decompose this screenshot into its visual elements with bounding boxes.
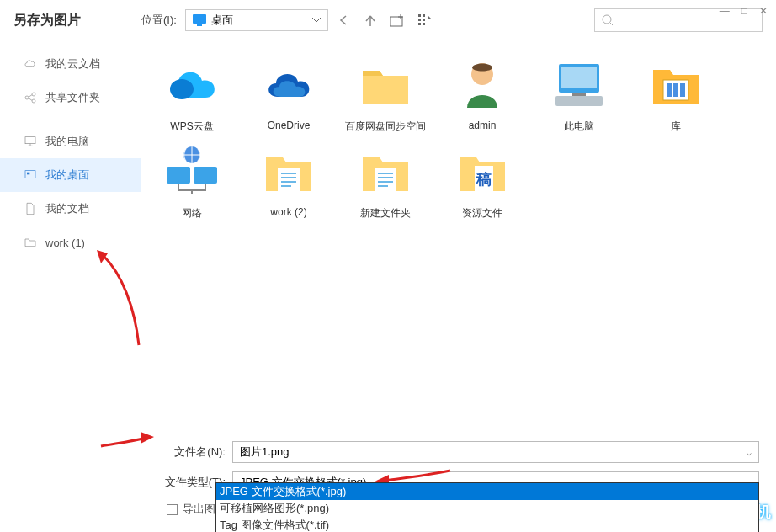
network-icon [165, 146, 219, 195]
file-grid: WPS云盘 OneDrive 百度网盘同步空间 admin 此电脑 库 网络 [141, 40, 776, 419]
svg-rect-34 [375, 168, 396, 193]
svg-point-11 [32, 93, 35, 96]
search-icon [602, 14, 614, 26]
svg-rect-3 [418, 14, 421, 17]
svg-rect-26 [167, 167, 190, 184]
svg-rect-21 [572, 93, 586, 96]
svg-rect-4 [423, 14, 425, 17]
svg-rect-36 [378, 177, 393, 178]
view-list-button[interactable] [416, 10, 436, 30]
svg-rect-14 [25, 171, 35, 178]
svg-point-10 [25, 96, 29, 99]
file-onedrive[interactable]: OneDrive [247, 56, 331, 134]
svg-rect-24 [673, 83, 678, 97]
file-work2[interactable]: work (2) [247, 142, 331, 221]
svg-rect-31 [281, 177, 296, 178]
file-wps-cloud[interactable]: WPS云盘 [150, 56, 234, 134]
svg-rect-32 [281, 181, 296, 183]
wps-cloud-icon [163, 62, 221, 106]
svg-rect-13 [25, 137, 35, 144]
file-libraries[interactable]: 库 [634, 56, 718, 134]
cloud-icon [24, 57, 37, 71]
sidebar-item-desktop[interactable]: 我的桌面 [0, 158, 141, 192]
desktop-icon [193, 14, 206, 26]
folder-icon [263, 149, 315, 193]
svg-rect-20 [555, 96, 603, 106]
folder-icon [24, 236, 37, 249]
svg-rect-25 [680, 83, 685, 97]
svg-rect-1 [197, 24, 202, 26]
new-folder-button[interactable] [387, 10, 407, 30]
dropdown-option-png[interactable]: 可移植网络图形(*.png) [216, 500, 758, 517]
sidebar-item-work[interactable]: work (1) [0, 226, 141, 259]
svg-rect-30 [281, 173, 296, 174]
svg-rect-29 [278, 168, 300, 193]
svg-rect-27 [194, 167, 217, 184]
file-admin[interactable]: admin [440, 56, 524, 134]
pc-icon [552, 61, 606, 108]
sidebar-item-computer[interactable]: 我的电脑 [0, 125, 141, 158]
up-button[interactable] [362, 12, 379, 29]
sidebar-item-documents[interactable]: 我的文档 [0, 192, 141, 226]
filename-input[interactable]: 图片1.png ⌵ [232, 441, 759, 463]
export-checkbox[interactable] [167, 504, 178, 515]
user-icon [459, 59, 506, 109]
svg-point-16 [170, 79, 194, 99]
svg-rect-23 [667, 83, 672, 97]
library-icon [650, 61, 702, 107]
svg-rect-5 [418, 19, 421, 21]
share-icon [24, 91, 37, 104]
computer-icon [24, 135, 37, 148]
svg-rect-0 [193, 14, 206, 24]
maximize-button[interactable]: □ [741, 5, 747, 17]
svg-rect-8 [423, 23, 425, 25]
file-new-folder[interactable]: 新建文件夹 [343, 142, 428, 221]
file-this-pc[interactable]: 此电脑 [537, 56, 621, 134]
minimize-button[interactable]: — [720, 5, 730, 17]
close-button[interactable]: ✕ [759, 5, 768, 17]
file-baidu-sync[interactable]: 百度网盘同步空间 [343, 56, 428, 134]
chevron-down-icon: ⌵ [747, 448, 752, 457]
onedrive-icon [263, 66, 315, 102]
svg-rect-38 [378, 185, 388, 187]
filetype-dropdown: JPEG 文件交换格式(*.jpg) 可移植网络图形(*.png) Tag 图像… [215, 482, 759, 532]
doc-icon [24, 202, 37, 215]
svg-rect-37 [378, 181, 393, 183]
window-title: 另存为图片 [13, 12, 141, 29]
dropdown-option-tif[interactable]: Tag 图像文件格式(*.tif) [216, 517, 758, 532]
svg-rect-35 [378, 173, 393, 174]
dropdown-option-jpeg[interactable]: JPEG 文件交换格式(*.jpg) [216, 483, 758, 500]
sidebar-item-cloud[interactable]: 我的云文档 [0, 47, 141, 81]
folder-icon: 稿 [456, 149, 508, 193]
sidebar: 我的云文档 共享文件夹 我的电脑 我的桌面 我的文档 work (1) [0, 40, 141, 419]
svg-rect-19 [561, 66, 597, 88]
file-resource[interactable]: 稿 资源文件 [440, 142, 524, 221]
svg-rect-33 [281, 185, 291, 187]
svg-point-9 [603, 15, 611, 24]
folder-icon [359, 149, 412, 193]
desktop-icon [24, 168, 37, 182]
filename-label: 文件名(N): [160, 444, 226, 460]
svg-rect-15 [27, 173, 29, 175]
location-select[interactable]: 桌面 [185, 9, 328, 31]
sidebar-item-shared[interactable]: 共享文件夹 [0, 81, 141, 114]
svg-text:稿: 稿 [476, 171, 492, 188]
svg-point-12 [32, 99, 35, 103]
back-button[interactable] [337, 12, 353, 29]
file-network[interactable]: 网络 [150, 142, 234, 221]
folder-icon [359, 62, 412, 106]
svg-rect-6 [423, 19, 425, 21]
chevron-down-icon [312, 18, 321, 23]
svg-rect-7 [418, 23, 421, 25]
location-label: 位置(I): [141, 13, 177, 28]
